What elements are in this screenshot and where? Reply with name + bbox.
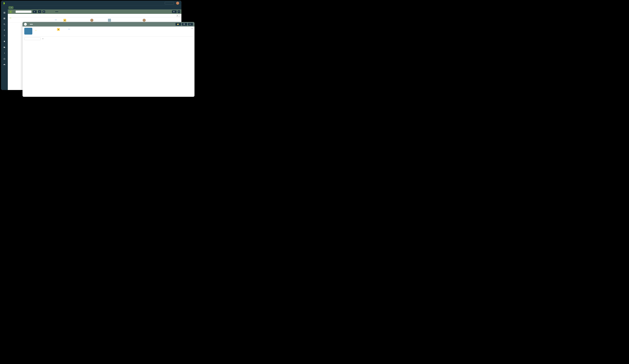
help-icon[interactable]: ? xyxy=(3,35,6,37)
close-icon: ✕ xyxy=(189,23,191,25)
orderid-badge xyxy=(9,18,11,18)
folder-icon: 📁 xyxy=(177,23,179,25)
add-record-button[interactable]: ＋ xyxy=(38,10,41,13)
svg-rect-7 xyxy=(4,13,5,13)
add-contact-button[interactable]: ＋ xyxy=(42,37,44,40)
upload-cloud-icon[interactable] xyxy=(3,64,6,66)
project-thumb-icon xyxy=(108,19,111,22)
notifications-icon[interactable] xyxy=(3,40,6,43)
svg-rect-1 xyxy=(4,12,5,12)
details-header: → 📁 🗄 ✕ xyxy=(22,22,194,26)
user-avatar-icon xyxy=(176,2,179,5)
svg-rect-4 xyxy=(4,12,5,13)
sales-orders-toolbar: ▦ ▾ ＋ ⎘ ⚙ ? xyxy=(8,9,181,14)
tabstrip: ✕ xyxy=(1,6,181,9)
svg-rect-9 xyxy=(4,18,4,18)
svg-point-13 xyxy=(4,24,5,25)
app-logo-icon: ◗ xyxy=(1,1,7,6)
record-count xyxy=(54,11,58,12)
svg-rect-5 xyxy=(5,12,5,13)
user-menu[interactable] xyxy=(176,2,180,5)
sales-orders-icon: ▦ xyxy=(9,10,12,13)
svg-rect-2 xyxy=(5,12,5,12)
help-button[interactable]: ? xyxy=(178,10,180,13)
close-tab-icon[interactable]: ✕ xyxy=(11,7,12,8)
add-icon[interactable] xyxy=(3,29,6,31)
activity-icon[interactable] xyxy=(3,52,6,54)
view-limit: ▾ xyxy=(175,14,180,17)
history-icon[interactable] xyxy=(3,58,6,60)
svg-rect-0 xyxy=(4,12,4,12)
details-tags: ⇱ xyxy=(191,28,193,35)
svg-rect-8 xyxy=(5,13,5,13)
filter-button[interactable]: ▾ xyxy=(33,10,37,13)
delete-button[interactable]: ✕ xyxy=(188,23,193,26)
contacts-table xyxy=(24,41,193,42)
gear-icon: ⚙ xyxy=(173,11,175,12)
svg-rect-10 xyxy=(4,18,5,18)
svg-rect-6 xyxy=(4,13,4,13)
topbar: ◗ xyxy=(1,1,181,6)
view-limit-select[interactable]: ▾ xyxy=(176,14,180,17)
status-badge xyxy=(55,20,57,20)
copy-button[interactable]: 📁 xyxy=(175,23,181,26)
filter-icon: ▾ xyxy=(34,11,35,12)
app-search-input[interactable] xyxy=(165,2,174,4)
count-value xyxy=(55,11,58,12)
clipboard-button[interactable]: ⎘ xyxy=(42,10,45,13)
details-panel: → 📁 🗄 ✕ ◆ ⇱ ＋ xyxy=(22,22,194,97)
table-header xyxy=(8,17,181,18)
svg-line-14 xyxy=(5,24,5,25)
details-summary: ◆ ⇱ xyxy=(24,28,193,35)
tab-sales-orders[interactable]: ✕ xyxy=(8,6,13,9)
buyer-avatar-icon xyxy=(90,19,93,22)
contacts-search-input[interactable] xyxy=(24,38,41,40)
creator-avatar-icon xyxy=(143,19,146,22)
customer-logo-icon: ◆ xyxy=(63,19,66,22)
svg-rect-12 xyxy=(4,19,5,19)
details-thumb-icon xyxy=(24,28,32,35)
archive-icon: 🗄 xyxy=(183,23,185,25)
view-tabs: ▾ xyxy=(8,14,181,17)
search-icon[interactable] xyxy=(3,23,6,25)
records-search-input[interactable] xyxy=(15,10,31,13)
settings-button[interactable]: ⚙ xyxy=(172,10,177,13)
dashboard-icon[interactable] xyxy=(3,17,6,20)
svg-rect-11 xyxy=(4,19,4,19)
left-rail: ? xyxy=(1,9,8,90)
back-button[interactable]: → xyxy=(24,23,27,26)
archive-button[interactable]: 🗄 xyxy=(182,23,187,26)
customer-logo-icon: ◆ xyxy=(57,28,60,31)
chat-icon[interactable] xyxy=(3,46,6,49)
svg-rect-3 xyxy=(4,12,4,13)
apps-grid-icon[interactable] xyxy=(3,11,6,14)
details-id-badge xyxy=(30,24,33,24)
external-link-icon[interactable]: ⇱ xyxy=(192,28,193,35)
